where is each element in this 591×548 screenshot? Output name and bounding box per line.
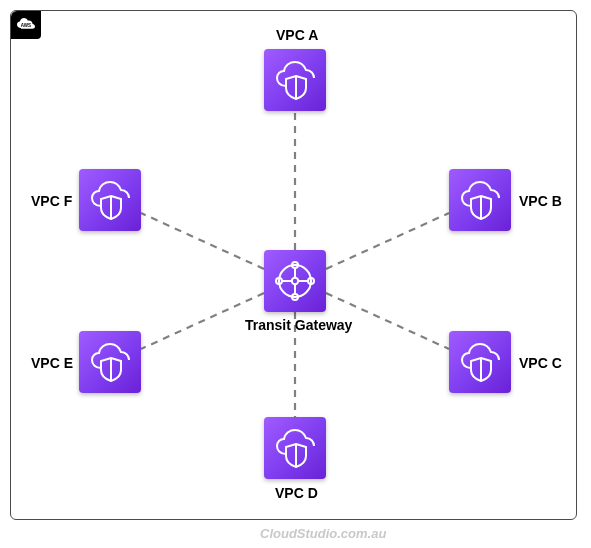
vpc-node-e [79,331,141,393]
svg-text:AWS: AWS [21,23,31,28]
vpc-label-d: VPC D [275,485,318,501]
vpc-label-e: VPC E [31,355,73,371]
vpc-cloud-shield-icon [457,342,503,382]
aws-badge: AWS [11,11,41,39]
vpc-cloud-shield-icon [272,428,318,468]
svg-point-8 [292,278,298,284]
vpc-label-a: VPC A [276,27,318,43]
vpc-node-c [449,331,511,393]
aws-cloud-frame: AWS VPC A [10,10,577,520]
watermark-text: CloudStudio.com.au [260,526,386,541]
vpc-label-c: VPC C [519,355,562,371]
transit-gateway-icon [272,258,318,304]
vpc-node-f [79,169,141,231]
vpc-label-f: VPC F [31,193,72,209]
vpc-cloud-shield-icon [87,342,133,382]
vpc-label-b: VPC B [519,193,562,209]
vpc-node-a [264,49,326,111]
diagram-canvas: AWS VPC A [0,0,591,548]
vpc-cloud-shield-icon [272,60,318,100]
transit-gateway-node [264,250,326,312]
vpc-node-d [264,417,326,479]
vpc-cloud-shield-icon [457,180,503,220]
edge-hub-f [141,213,264,269]
vpc-cloud-shield-icon [87,180,133,220]
edge-hub-b [326,213,449,269]
vpc-node-b [449,169,511,231]
aws-cloud-icon: AWS [15,16,37,34]
transit-gateway-label: Transit Gateway [245,317,352,333]
